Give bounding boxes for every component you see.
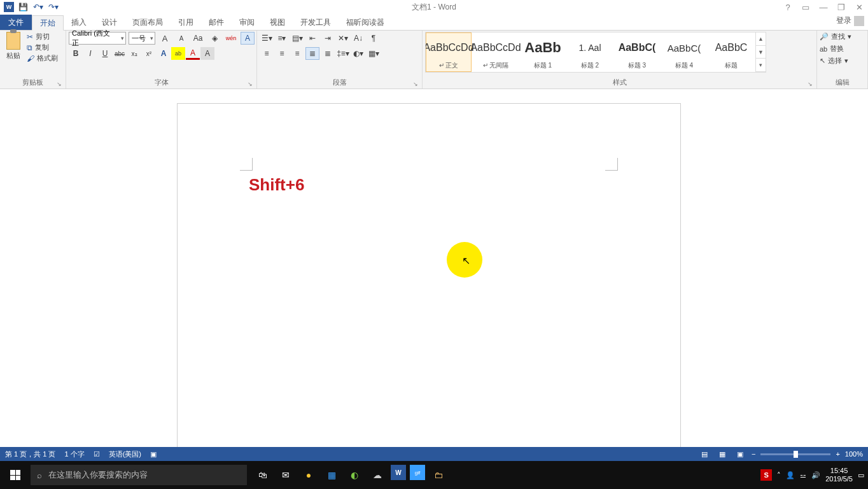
scroll-up-icon[interactable]: ▲ xyxy=(756,32,766,46)
show-marks-button[interactable]: ¶ xyxy=(367,32,381,45)
tray-ime[interactable]: S xyxy=(760,469,772,481)
scroll-down-icon[interactable]: ▼ xyxy=(756,46,766,59)
save-button[interactable]: 💾 xyxy=(17,1,29,13)
grow-font-button[interactable]: A xyxy=(158,32,172,45)
sign-in[interactable]: 登录 xyxy=(836,15,864,26)
clear-format-button[interactable]: ◈ xyxy=(207,32,221,45)
undo-button[interactable]: ↶▾ xyxy=(32,1,45,13)
print-layout-button[interactable]: ▦ xyxy=(716,449,729,459)
copy-button[interactable]: ⧉复制 xyxy=(27,43,58,52)
taskbar-explorer[interactable]: 🗀 xyxy=(429,465,448,485)
taskbar-mail[interactable]: ✉ xyxy=(276,465,295,485)
highlight-button[interactable]: ab xyxy=(171,47,185,60)
cut-button[interactable]: ✂剪切 xyxy=(27,32,58,41)
gallery-scroll[interactable]: ▲▼▾ xyxy=(755,32,766,72)
style-normal[interactable]: AaBbCcDd↵ 正文 xyxy=(426,32,472,72)
web-layout-button[interactable]: ▣ xyxy=(734,449,746,459)
word-count[interactable]: 1 个字 xyxy=(64,450,84,459)
strikethrough-button[interactable]: abc xyxy=(113,47,127,60)
tab-developer[interactable]: 开发工具 xyxy=(293,15,339,30)
style-heading1[interactable]: AaBb标题 1 xyxy=(520,32,566,72)
font-size-combo[interactable]: 一号 xyxy=(129,32,155,45)
zoom-thumb[interactable] xyxy=(794,451,798,458)
maximize-button[interactable]: ❐ xyxy=(835,3,848,12)
tray-network-icon[interactable]: ⚍ xyxy=(800,471,806,479)
align-right-button[interactable]: ≡ xyxy=(290,47,304,60)
redo-button[interactable]: ↷▾ xyxy=(47,1,60,13)
superscript-button[interactable]: x² xyxy=(142,47,156,60)
page[interactable]: Shift+6 xyxy=(177,103,681,461)
taskbar-gif[interactable]: gif xyxy=(410,465,425,480)
taskbar-app2[interactable]: ◐ xyxy=(345,465,364,485)
document-text[interactable]: Shift+6 xyxy=(249,175,304,195)
close-button[interactable]: ✕ xyxy=(853,3,865,12)
tab-file[interactable]: 文件 xyxy=(0,15,32,30)
document-area[interactable]: Shift+6 ↖ xyxy=(0,89,868,461)
zoom-level[interactable]: 100% xyxy=(845,450,863,458)
taskbar-wechat[interactable]: ☁ xyxy=(368,465,387,485)
style-heading2[interactable]: 1. Aal标题 2 xyxy=(567,32,613,72)
style-heading3[interactable]: AaBbC(标题 3 xyxy=(614,32,660,72)
change-case-button[interactable]: Aa xyxy=(191,32,205,45)
zoom-out-button[interactable]: − xyxy=(752,450,755,458)
style-nospacing[interactable]: AaBbCcDd↵ 无间隔 xyxy=(473,32,519,72)
phonetic-guide-button[interactable]: wén xyxy=(224,32,238,45)
format-painter-button[interactable]: 🖌格式刷 xyxy=(27,53,58,63)
tab-view[interactable]: 视图 xyxy=(262,15,293,30)
line-spacing-button[interactable]: ‡≡▾ xyxy=(336,47,350,60)
start-button[interactable] xyxy=(0,461,31,489)
text-effects-button[interactable]: A xyxy=(157,47,171,60)
read-mode-button[interactable]: ▤ xyxy=(698,449,711,459)
macro-icon[interactable]: ▣ xyxy=(150,450,157,458)
shading-button[interactable]: ◐▾ xyxy=(351,47,365,60)
taskbar-search[interactable]: ⌕ 在这里输入你要搜索的内容 xyxy=(31,465,247,485)
bold-button[interactable]: B xyxy=(69,47,83,60)
decrease-indent-button[interactable]: ⇤ xyxy=(305,32,319,45)
zoom-in-button[interactable]: + xyxy=(836,450,839,458)
clipboard-launcher[interactable]: ↘ xyxy=(57,81,62,87)
tab-mailings[interactable]: 邮件 xyxy=(201,15,232,30)
taskbar-browser[interactable]: ● xyxy=(299,465,318,485)
distributed-button[interactable]: ≣ xyxy=(321,47,335,60)
underline-button[interactable]: U xyxy=(98,47,112,60)
styles-gallery[interactable]: AaBbCcDd↵ 正文 AaBbCcDd↵ 无间隔 AaBb标题 1 1. A… xyxy=(425,32,766,73)
ribbon-display-button[interactable]: ▭ xyxy=(799,3,812,12)
tray-overflow[interactable]: ˄ xyxy=(777,471,781,479)
asian-layout-button[interactable]: ✕▾ xyxy=(336,32,350,45)
subscript-button[interactable]: x₂ xyxy=(127,47,141,60)
tray-people[interactable]: 👤 xyxy=(786,471,795,479)
numbering-button[interactable]: ≡▾ xyxy=(275,32,289,45)
align-left-button[interactable]: ≡ xyxy=(260,47,274,60)
borders-button[interactable]: ▦▾ xyxy=(367,47,381,60)
tab-review[interactable]: 审阅 xyxy=(232,15,262,30)
language-indicator[interactable]: 英语(美国) xyxy=(109,450,141,459)
justify-button[interactable]: ≣ xyxy=(305,47,319,60)
taskbar-app1[interactable]: ▦ xyxy=(322,465,341,485)
find-button[interactable]: 🔎查找▾ xyxy=(820,32,851,41)
page-indicator[interactable]: 第 1 页，共 1 页 xyxy=(5,450,55,459)
char-border-button[interactable]: A xyxy=(241,32,255,45)
bullets-button[interactable]: ☰▾ xyxy=(260,32,274,45)
paragraph-launcher[interactable]: ↘ xyxy=(413,81,418,87)
sort-button[interactable]: A↓ xyxy=(351,32,365,45)
taskbar-word[interactable]: W xyxy=(391,465,406,480)
minimize-button[interactable]: — xyxy=(817,3,830,12)
font-name-combo[interactable]: Calibri (西文正 xyxy=(69,32,126,45)
tab-home[interactable]: 开始 xyxy=(32,15,64,31)
styles-launcher[interactable]: ↘ xyxy=(808,81,813,87)
font-color-button[interactable]: A xyxy=(186,47,200,60)
tray-clock[interactable]: 15:45 2019/5/5 xyxy=(825,467,853,483)
tab-foxit[interactable]: 福昕阅读器 xyxy=(339,15,392,30)
replace-button[interactable]: ab替换 xyxy=(820,44,851,53)
style-title[interactable]: AaBbC标题 xyxy=(708,32,754,72)
tab-insert[interactable]: 插入 xyxy=(64,15,94,30)
tab-references[interactable]: 引用 xyxy=(171,15,201,30)
tab-design[interactable]: 设计 xyxy=(94,15,125,30)
paste-button[interactable]: 粘贴 xyxy=(3,32,24,60)
help-button[interactable]: ? xyxy=(781,3,794,12)
select-button[interactable]: ↖选择▾ xyxy=(820,56,851,66)
font-launcher[interactable]: ↘ xyxy=(248,81,253,87)
taskbar-store[interactable]: 🛍 xyxy=(253,465,272,485)
italic-button[interactable]: I xyxy=(83,47,97,60)
align-center-button[interactable]: ≡ xyxy=(275,47,289,60)
